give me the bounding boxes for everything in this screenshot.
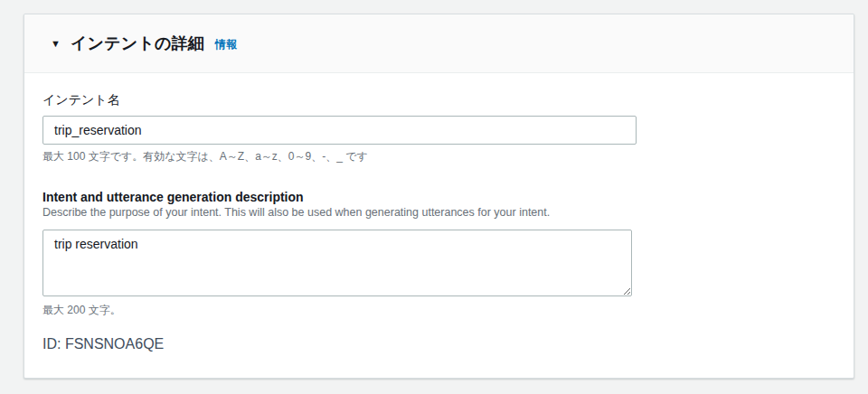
info-link[interactable]: 情報 — [215, 37, 237, 52]
description-help-text: Describe the purpose of your intent. Thi… — [42, 205, 835, 220]
intent-name-input[interactable] — [42, 116, 637, 145]
section-title: インテントの詳細 — [71, 33, 204, 54]
caret-down-icon[interactable]: ▼ — [51, 39, 61, 49]
intent-name-label: インテント名 — [42, 92, 120, 107]
intent-name-constraint-text: 最大 100 文字です。有効な文字は、A～Z、a～z、0～9、-、_ です — [42, 149, 835, 164]
description-constraint-text: 最大 200 文字。 — [42, 303, 835, 317]
intent-details-card: ▼ インテントの詳細 情報 インテント名 最大 100 文字です。有効な文字は、… — [24, 14, 854, 379]
description-field-group: Intent and utterance generation descript… — [42, 189, 835, 317]
description-label: Intent and utterance generation descript… — [42, 190, 304, 204]
intent-id-text: ID: FSNSNOA6QE — [42, 335, 835, 353]
intent-details-section-header[interactable]: ▼ インテントの詳細 情報 — [24, 14, 854, 73]
description-textarea[interactable]: trip reservation — [42, 230, 632, 296]
intent-name-field-group: インテント名 最大 100 文字です。有効な文字は、A～Z、a～z、0～9、-、… — [42, 91, 835, 164]
intent-details-body: インテント名 最大 100 文字です。有効な文字は、A～Z、a～z、0～9、-、… — [24, 73, 854, 353]
